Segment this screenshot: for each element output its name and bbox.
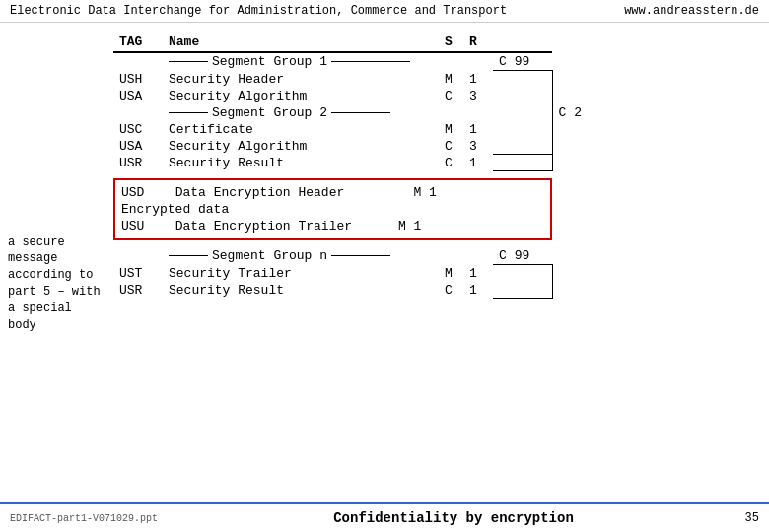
enc-row-usu: USU Data Encryption Trailer M 1	[121, 218, 544, 234]
r-usc: 1	[463, 121, 493, 138]
table-row: USR Security Result C 1	[113, 155, 759, 171]
s-usa2: C	[439, 138, 463, 155]
groupn-s: C	[499, 248, 507, 263]
r-usd: 1	[429, 185, 437, 200]
tag-ush: USH	[113, 71, 163, 88]
main-table: TAG Name S R Segment Group 1	[113, 33, 759, 299]
s-ust: M	[439, 265, 463, 282]
name-usa1: Security Algorithm	[163, 88, 439, 104]
footer-title: Confidentiality by encryption	[187, 510, 720, 526]
encrypted-section-row: USD Data Encryption Header M 1 Encrypted…	[113, 171, 759, 248]
encrypted-box: USD Data Encryption Header M 1 Encrypted…	[113, 178, 552, 240]
group2-s: C	[559, 105, 567, 120]
tag-usc: USC	[113, 121, 163, 138]
name-usr1: Security Result	[163, 155, 439, 171]
name-ust: Security Trailer	[163, 265, 439, 282]
header-title: Electronic Data Interchange for Administ…	[10, 4, 507, 18]
s-usa1: C	[439, 88, 463, 104]
tag-usa1: USA	[113, 88, 163, 104]
r-usa1: 3	[463, 88, 493, 104]
name-usa2: Security Algorithm	[163, 138, 439, 155]
s-usu: M	[398, 219, 406, 233]
table-row: USH Security Header M 1	[113, 71, 759, 88]
page-footer: EDIFACT-part1-V071029.ppt Confidentialit…	[0, 502, 769, 532]
segment-group2-label-row: Segment Group 2 C 2	[113, 104, 759, 121]
col-name: Name	[163, 33, 439, 52]
table-row: UST Security Trailer M 1	[113, 265, 759, 282]
r-usr2: 1	[463, 282, 493, 299]
table-row: USA Security Algorithm C 3	[113, 138, 759, 155]
tag-ust: UST	[113, 265, 163, 282]
name-usd: Data Encryption Header	[175, 185, 345, 200]
r-usu: 1	[414, 219, 422, 233]
s-ush: M	[439, 71, 463, 88]
groupn-r: 99	[515, 248, 530, 263]
page-header: Electronic Data Interchange for Administ…	[0, 0, 769, 23]
table-header-row: TAG Name S R	[113, 33, 759, 52]
segment-group1-label-row: Segment Group 1 C 99	[113, 52, 759, 71]
footer-page: 35	[720, 511, 759, 525]
table-row: USC Certificate M 1	[113, 121, 759, 138]
header-url: www.andreasstern.de	[624, 4, 759, 18]
name-usu: Data Encryption Trailer	[175, 219, 352, 233]
r-ust: 1	[463, 265, 493, 282]
col-tag: TAG	[113, 33, 163, 52]
enc-row-usd: USD Data Encryption Header M 1	[121, 184, 544, 201]
group1-label: Segment Group 1	[212, 54, 327, 69]
group2-r: 2	[574, 105, 582, 120]
table-row: USR Security Result C 1	[113, 282, 759, 299]
enc-row-label: Encrypted data	[121, 201, 544, 218]
table-row: USA Security Algorithm C 3	[113, 88, 759, 104]
s-usr1: C	[439, 155, 463, 171]
col-s: S	[439, 33, 463, 52]
encrypted-label: Encrypted data	[121, 202, 229, 217]
name-ush: Security Header	[163, 71, 439, 88]
name-usr2: Security Result	[163, 282, 439, 299]
tag-usr2: USR	[113, 282, 163, 299]
r-usr1: 1	[463, 155, 493, 171]
r-ush: 1	[463, 71, 493, 88]
tag-usu: USU	[121, 219, 144, 233]
group2-label: Segment Group 2	[212, 105, 327, 120]
main-content: a secure message according to part 5 – w…	[0, 23, 769, 496]
group1-r: 99	[515, 54, 530, 69]
s-usd: M	[413, 185, 421, 200]
group1-s: C	[499, 54, 507, 69]
footer-filename: EDIFACT-part1-V071029.ppt	[10, 513, 187, 524]
table-section: TAG Name S R Segment Group 1	[113, 33, 769, 496]
s-usr2: C	[439, 282, 463, 299]
segment-groupn-label-row: Segment Group n C 99	[113, 247, 759, 265]
s-usc: M	[439, 121, 463, 138]
tag-usd: USD	[121, 185, 144, 200]
side-label: a secure message according to part 5 – w…	[0, 33, 113, 496]
r-usa2: 3	[463, 138, 493, 155]
name-usc: Certificate	[163, 121, 439, 138]
tag-usa2: USA	[113, 138, 163, 155]
col-r: R	[463, 33, 493, 52]
tag-usr1: USR	[113, 155, 163, 171]
groupn-label: Segment Group n	[212, 248, 327, 263]
